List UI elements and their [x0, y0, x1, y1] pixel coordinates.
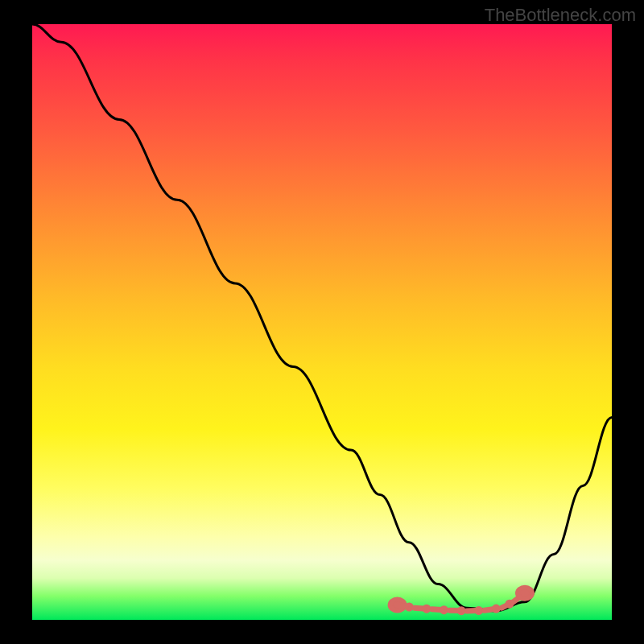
- marker-dash: [432, 609, 441, 610]
- marker-dot: [460, 609, 464, 613]
- optimal-range-markers: [390, 588, 532, 613]
- watermark-text: TheBottleneck.com: [485, 5, 636, 26]
- score-curve-path: [32, 24, 612, 611]
- marker-endcap: [518, 588, 532, 599]
- score-curve-group: [32, 24, 612, 611]
- marker-dot: [424, 607, 428, 611]
- marker-dash: [485, 609, 493, 611]
- marker-dot: [407, 605, 411, 609]
- chart-svg: [32, 24, 612, 620]
- chart-frame: [0, 0, 644, 644]
- marker-dash: [398, 605, 407, 607]
- marker-dot: [477, 609, 481, 613]
- marker-dash: [415, 608, 423, 609]
- marker-dot: [494, 607, 498, 611]
- marker-dot: [442, 608, 446, 612]
- plot-area: [32, 24, 612, 620]
